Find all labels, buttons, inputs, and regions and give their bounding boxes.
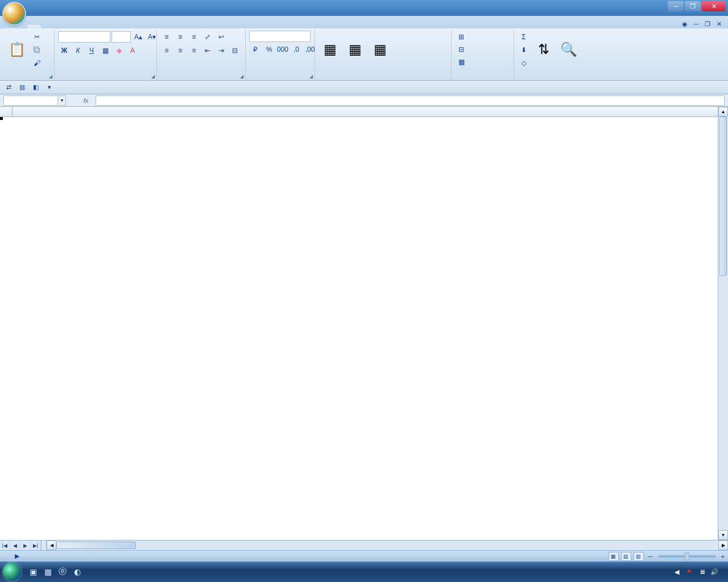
scroll-thumb[interactable] (719, 117, 727, 276)
qat2-btn[interactable]: ◧ (31, 82, 41, 93)
conditional-format-button[interactable]: ▦ (318, 31, 341, 69)
align-left-icon[interactable]: ≡ (160, 44, 173, 57)
align-top-icon[interactable]: ≡ (160, 31, 173, 43)
zoom-slider[interactable] (659, 555, 715, 558)
increase-font-icon[interactable]: A▴ (132, 31, 144, 43)
underline-icon[interactable]: Ч (85, 44, 98, 57)
name-box[interactable] (3, 95, 58, 106)
sheet-prev-button[interactable]: ◀ (10, 541, 20, 550)
macro-record-icon[interactable]: ▶ (15, 552, 19, 560)
ribbon-tab-layout[interactable] (55, 25, 68, 28)
font-name-combo[interactable] (58, 31, 110, 43)
select-all-button[interactable] (0, 107, 13, 117)
formula-input[interactable] (96, 95, 725, 106)
ribbon-tab-formulas[interactable] (68, 25, 82, 28)
sheet-first-button[interactable]: |◀ (0, 541, 10, 550)
page-layout-view-button[interactable]: ▤ (621, 552, 631, 561)
redo-icon[interactable] (58, 2, 69, 14)
format-cells-icon[interactable]: ▦ (455, 56, 468, 68)
font-size-combo[interactable] (111, 31, 131, 43)
font-color-icon[interactable]: A (126, 44, 139, 57)
scroll-down-button[interactable]: ▼ (718, 530, 728, 540)
zoom-in-button[interactable]: + (721, 553, 725, 560)
fill-color-icon[interactable]: ◆ (113, 44, 125, 57)
vertical-scrollbar[interactable]: ▲ ▼ (718, 107, 728, 540)
undo-icon[interactable] (44, 2, 56, 14)
bold-icon[interactable]: Ж (58, 44, 71, 57)
close-button[interactable]: ✕ (702, 1, 726, 11)
increase-decimal-icon[interactable]: ,0 (290, 43, 303, 56)
scroll-right-button[interactable]: ▶ (718, 541, 728, 550)
ribbon-tab-review[interactable] (96, 25, 109, 28)
cut-icon[interactable]: ✂ (31, 31, 43, 43)
qat2-btn[interactable]: ▾ (44, 82, 55, 93)
paste-button[interactable]: 📋 (6, 31, 28, 69)
italic-icon[interactable]: К (72, 44, 84, 57)
insert-cells-icon[interactable]: ⊞ (455, 31, 468, 43)
office-button[interactable] (2, 2, 26, 26)
scroll-left-button[interactable]: ◀ (47, 541, 56, 550)
delete-cells-icon[interactable]: ⊟ (455, 43, 468, 56)
ribbon-tab-developer[interactable] (123, 25, 136, 28)
minimize-button[interactable]: ─ (668, 1, 684, 11)
dialog-launcher-icon[interactable]: ◢ (309, 74, 313, 79)
ribbon-tab-home[interactable] (27, 25, 41, 28)
merge-icon[interactable]: ⊟ (229, 44, 241, 57)
qat2-btn[interactable]: ⇄ (3, 82, 14, 93)
orientation-icon[interactable]: ⤢ (201, 31, 214, 43)
align-bottom-icon[interactable]: ≡ (188, 31, 200, 43)
ribbon-tab-data[interactable] (82, 25, 96, 28)
dialog-launcher-icon[interactable]: ◢ (151, 74, 155, 79)
fx-button[interactable]: fx (80, 95, 92, 106)
zoom-out-button[interactable]: ─ (648, 553, 653, 560)
tray-icon[interactable]: ◀ (672, 567, 681, 576)
align-right-icon[interactable]: ≡ (188, 44, 200, 57)
increase-indent-icon[interactable]: ⇥ (215, 44, 228, 57)
quicklaunch-icon[interactable]: ⓔ (56, 564, 69, 580)
sheet-next-button[interactable]: ▶ (20, 541, 31, 550)
fill-icon[interactable]: ⬇ (518, 44, 530, 56)
start-button[interactable] (0, 562, 24, 582)
align-middle-icon[interactable]: ≡ (174, 31, 187, 43)
comma-icon[interactable]: 000 (276, 43, 289, 56)
sheet-last-button[interactable]: ▶| (31, 541, 41, 550)
find-select-button[interactable]: 🔍 (557, 31, 580, 69)
qat2-btn[interactable]: ▥ (17, 82, 27, 93)
sort-filter-button[interactable]: ⇅ (532, 31, 555, 69)
currency-icon[interactable]: ₽ (249, 43, 262, 56)
ribbon-tab-insert[interactable] (41, 25, 55, 28)
ribbon-restore-icon[interactable]: ❐ (703, 19, 712, 28)
normal-view-button[interactable]: ▦ (609, 552, 619, 561)
dialog-launcher-icon[interactable]: ◢ (240, 74, 243, 79)
border-icon[interactable]: ▦ (99, 44, 111, 57)
name-box-dropdown[interactable]: ▾ (58, 95, 66, 106)
tray-icon[interactable]: ⚑ (685, 567, 694, 576)
quicklaunch-icon[interactable]: ▣ (26, 564, 40, 580)
align-center-icon[interactable]: ≡ (174, 44, 187, 57)
volume-icon[interactable]: 🔊 (710, 567, 719, 576)
decrease-font-icon[interactable]: A▾ (146, 31, 158, 43)
autosum-icon[interactable]: Σ (518, 31, 530, 43)
number-format-combo[interactable] (249, 31, 311, 42)
save-icon[interactable] (31, 2, 42, 14)
ribbon-minimize-icon[interactable]: ─ (692, 19, 701, 28)
horizontal-scrollbar[interactable]: ◀ ▶ (46, 541, 728, 550)
clear-icon[interactable]: ◇ (518, 57, 530, 69)
quicklaunch-icon[interactable]: ▦ (41, 564, 55, 580)
decrease-indent-icon[interactable]: ⇤ (201, 44, 214, 57)
format-painter-icon[interactable]: 🖌 (31, 57, 43, 69)
format-table-button[interactable]: ▦ (344, 31, 366, 69)
tray-icon[interactable]: 🖥 (697, 567, 706, 576)
help-icon[interactable]: ◉ (680, 19, 689, 28)
page-break-view-button[interactable]: ▥ (634, 552, 644, 561)
ribbon-close-icon[interactable]: ✕ (714, 19, 723, 28)
dialog-launcher-icon[interactable]: ◢ (49, 74, 52, 79)
percent-icon[interactable]: % (263, 43, 275, 56)
wrap-text-icon[interactable]: ↩ (215, 31, 228, 43)
copy-icon[interactable]: ⿻ (31, 44, 43, 56)
maximize-button[interactable]: ❐ (685, 1, 701, 11)
cell-styles-button[interactable]: ▦ (369, 31, 391, 69)
ribbon-tab-view[interactable] (109, 25, 123, 28)
scroll-thumb[interactable] (56, 542, 136, 549)
quicklaunch-icon[interactable]: ◐ (71, 564, 84, 580)
